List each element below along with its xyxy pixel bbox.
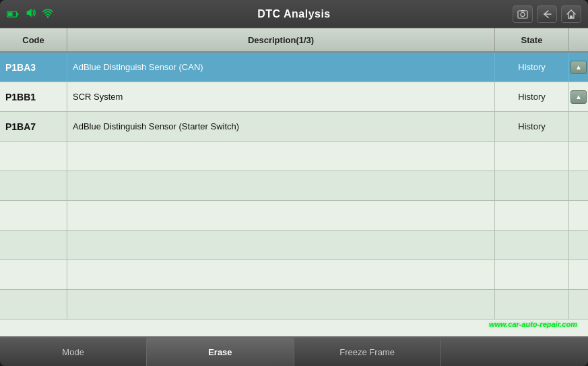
erase-button[interactable]: Erase: [147, 338, 294, 366]
header-description: Description(1/3): [67, 28, 495, 51]
svg-rect-9: [570, 16, 573, 18]
status-icons: [7, 7, 150, 21]
row-2-code: P1BA7: [0, 112, 67, 141]
row-1-state: History: [495, 82, 569, 111]
row-0-scroll[interactable]: ▲: [569, 53, 588, 82]
header-scroll: [569, 28, 588, 51]
header-state: State: [495, 28, 569, 51]
table-row: [0, 142, 588, 171]
row-1-code: P1BB1: [0, 82, 67, 111]
svg-rect-7: [521, 10, 525, 11]
page-title: DTC Analysis: [150, 8, 438, 20]
top-bar: DTC Analysis: [0, 0, 588, 28]
top-buttons: [438, 5, 581, 23]
home-button[interactable]: [561, 5, 581, 23]
table-header: Code Description(1/3) State: [0, 28, 588, 53]
device-frame: DTC Analysis: [0, 0, 588, 366]
screenshot-button[interactable]: [513, 5, 533, 23]
mode-button[interactable]: Mode: [0, 338, 147, 366]
back-button[interactable]: [537, 5, 557, 23]
svg-marker-3: [27, 9, 32, 18]
table-row[interactable]: P1BA3 AdBlue Distinguish Sensor (CAN) Hi…: [0, 53, 588, 82]
row-2-scroll: [569, 112, 588, 141]
table-row[interactable]: P1BB1 SCR System History ▲: [0, 82, 588, 112]
table-row: [0, 290, 588, 319]
svg-point-6: [521, 12, 525, 16]
empty-code: [0, 142, 67, 171]
svg-rect-5: [518, 11, 527, 18]
row-1-desc: SCR System: [67, 82, 495, 111]
extra-button[interactable]: [441, 338, 588, 366]
row-1-scroll[interactable]: ▲: [569, 82, 588, 111]
table-row: [0, 231, 588, 260]
row-0-desc: AdBlue Distinguish Sensor (CAN): [67, 53, 495, 82]
table-row: [0, 171, 588, 201]
bottom-toolbar: Mode Erase Freeze Frame: [0, 336, 588, 366]
scroll-down-button[interactable]: ▲: [570, 90, 587, 104]
battery-icon: [7, 8, 19, 20]
empty-state: [495, 142, 569, 171]
svg-rect-1: [8, 12, 13, 16]
table-row: [0, 201, 588, 231]
empty-desc: [67, 142, 495, 171]
table-row: [0, 260, 588, 290]
svg-point-4: [47, 16, 49, 18]
header-code: Code: [0, 28, 67, 51]
row-0-state: History: [495, 53, 569, 82]
speaker-icon: [24, 7, 36, 21]
wifi-icon: [42, 7, 54, 21]
row-2-state: History: [495, 112, 569, 141]
dtc-table: Code Description(1/3) State P1BA3 AdBlue…: [0, 28, 588, 336]
scroll-up-button[interactable]: ▲: [570, 61, 587, 74]
table-row[interactable]: P1BA7 AdBlue Distinguish Sensor (Starter…: [0, 112, 588, 142]
row-0-code: P1BA3: [0, 53, 67, 82]
svg-rect-2: [17, 12, 18, 15]
row-2-desc: AdBlue Distinguish Sensor (Starter Switc…: [67, 112, 495, 141]
table-body: P1BA3 AdBlue Distinguish Sensor (CAN) Hi…: [0, 53, 588, 336]
freeze-frame-button[interactable]: Freeze Frame: [294, 338, 441, 366]
